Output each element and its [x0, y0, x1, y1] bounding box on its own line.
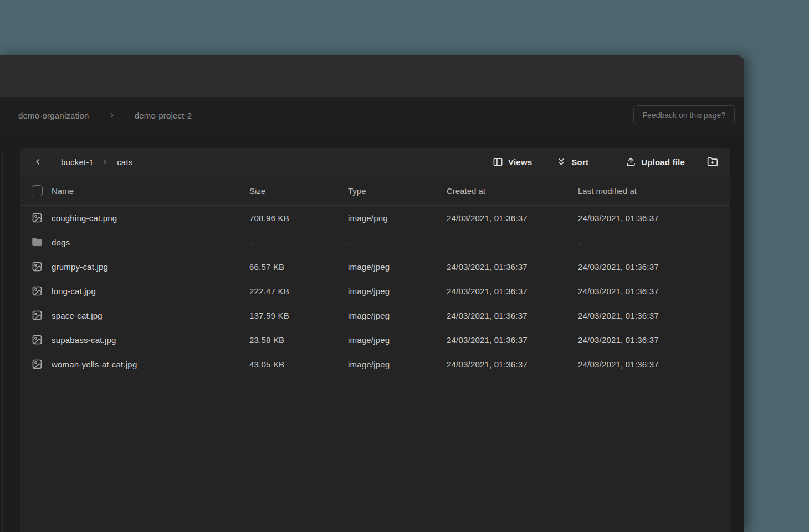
file-created-at: -	[447, 238, 578, 247]
column-header-type: Type	[348, 186, 447, 196]
storage-explorer: bucket-1 cats Views	[0, 134, 744, 532]
file-type: image/jpeg	[348, 262, 447, 272]
views-button-label: Views	[508, 157, 532, 167]
image-file-icon	[32, 212, 43, 223]
table-row[interactable]: dogs----	[20, 230, 730, 254]
columns-view-icon	[493, 157, 503, 167]
upload-file-button[interactable]: Upload file	[624, 154, 686, 171]
file-size: 43.05 KB	[249, 360, 348, 369]
file-modified-at: 24/03/2021, 01:36:37	[578, 335, 730, 345]
back-button[interactable]	[33, 157, 42, 166]
file-name: woman-yells-at-cat.jpg	[52, 360, 137, 369]
breadcrumb-bucket[interactable]: bucket-1	[61, 157, 94, 167]
table-row[interactable]: long-cat.jpg222.47 KBimage/jpeg24/03/202…	[20, 279, 730, 303]
file-name: coughing-cat.png	[52, 213, 117, 223]
upload-file-button-label: Upload file	[641, 157, 685, 167]
file-size: 66.57 KB	[249, 262, 348, 272]
file-type: image/jpeg	[348, 311, 447, 320]
image-file-icon	[32, 359, 43, 370]
chevron-right-icon	[102, 158, 109, 165]
window-titlebar	[0, 55, 744, 97]
file-name: space-cat.jpg	[52, 311, 103, 320]
sidebar-edge-divider	[2, 152, 3, 532]
table-row[interactable]: coughing-cat.png708.96 KBimage/png24/03/…	[20, 206, 730, 230]
file-type: image/jpeg	[348, 360, 447, 369]
sort-button-label: Sort	[571, 157, 588, 167]
table-row[interactable]: supabass-cat.jpg23.58 KBimage/jpeg24/03/…	[20, 328, 730, 352]
file-created-at: 24/03/2021, 01:36:37	[447, 335, 578, 345]
image-file-icon	[32, 285, 43, 296]
create-folder-button[interactable]	[707, 156, 718, 167]
file-created-at: 24/03/2021, 01:36:37	[447, 262, 578, 272]
file-type: image/jpeg	[348, 287, 447, 296]
breadcrumb: demo-organization demo-project-2	[18, 111, 192, 120]
file-modified-at: 24/03/2021, 01:36:37	[578, 311, 730, 320]
file-modified-at: 24/03/2021, 01:36:37	[578, 262, 730, 272]
breadcrumb-organization[interactable]: demo-organization	[18, 111, 89, 120]
file-modified-at: 24/03/2021, 01:36:37	[578, 360, 730, 369]
file-modified-at: 24/03/2021, 01:36:37	[578, 287, 730, 296]
toolbar-actions: Views Sort Upload file	[491, 154, 718, 171]
sort-button[interactable]: Sort	[555, 154, 590, 170]
column-header-created-at: Created at	[447, 186, 578, 196]
views-button[interactable]: Views	[491, 154, 533, 171]
select-all-checkbox[interactable]	[32, 185, 43, 196]
file-size: 23.58 KB	[249, 335, 348, 345]
breadcrumb-project[interactable]: demo-project-2	[135, 111, 192, 120]
file-size: 222.47 KB	[249, 287, 348, 296]
chevron-right-icon	[108, 111, 116, 119]
upload-icon	[626, 157, 636, 167]
column-header-last-modified-at: Last modified at	[578, 186, 730, 196]
table-row[interactable]: grumpy-cat.jpg66.57 KBimage/jpeg24/03/20…	[20, 254, 730, 279]
file-size: 137.59 KB	[249, 311, 348, 320]
image-file-icon	[32, 310, 43, 321]
image-file-icon	[32, 334, 43, 345]
feedback-button[interactable]: Feedback on this page?	[633, 105, 735, 125]
file-browser-panel: bucket-1 cats Views	[20, 148, 730, 532]
file-created-at: 24/03/2021, 01:36:37	[447, 360, 578, 369]
table-header: Name Size Type Created at Last modified …	[20, 176, 730, 206]
file-size: -	[249, 238, 348, 247]
folder-plus-icon	[707, 156, 718, 167]
file-type: image/jpeg	[348, 335, 447, 345]
table-row[interactable]: woman-yells-at-cat.jpg43.05 KBimage/jpeg…	[20, 352, 730, 376]
file-name: long-cat.jpg	[52, 287, 96, 296]
table-body: coughing-cat.png708.96 KBimage/png24/03/…	[20, 206, 730, 532]
breadcrumb-folder[interactable]: cats	[117, 157, 132, 167]
file-created-at: 24/03/2021, 01:36:37	[447, 213, 578, 223]
chevrons-down-icon	[556, 157, 566, 167]
file-browser-toolbar: bucket-1 cats Views	[20, 148, 730, 176]
table-row[interactable]: space-cat.jpg137.59 KBimage/jpeg24/03/20…	[20, 303, 730, 328]
file-name: grumpy-cat.jpg	[52, 262, 108, 272]
file-type: image/png	[348, 213, 447, 223]
file-modified-at: 24/03/2021, 01:36:37	[578, 213, 730, 223]
file-size: 708.96 KB	[249, 213, 348, 223]
app-header: demo-organization demo-project-2 Feedbac…	[0, 97, 744, 134]
app-window: demo-organization demo-project-2 Feedbac…	[0, 55, 744, 532]
file-modified-at: -	[578, 238, 730, 247]
path-breadcrumb: bucket-1 cats	[61, 157, 132, 167]
column-header-name: Name	[52, 186, 74, 196]
file-created-at: 24/03/2021, 01:36:37	[447, 311, 578, 320]
toolbar-divider	[612, 156, 612, 168]
file-created-at: 24/03/2021, 01:36:37	[447, 287, 578, 296]
file-name: supabass-cat.jpg	[52, 335, 116, 345]
image-file-icon	[32, 261, 43, 272]
column-header-size: Size	[249, 186, 348, 196]
folder-icon	[32, 237, 43, 248]
file-type: -	[348, 238, 447, 247]
file-name: dogs	[52, 238, 70, 247]
